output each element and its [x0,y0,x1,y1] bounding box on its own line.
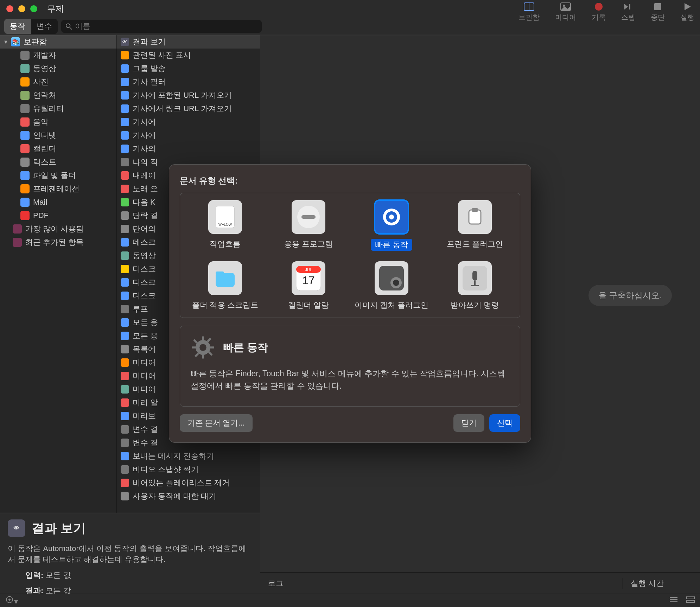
doc-type-icon [458,261,492,295]
doc-type-label: 받아쓰기 명령 [451,300,499,311]
svg-point-47 [199,344,206,351]
svg-rect-39 [202,337,204,341]
dialog-button-row: 기존 문서 열기... 닫기 선택 [180,414,520,432]
doc-type-label: 작업흐름 [210,239,241,249]
svg-rect-18 [301,215,316,219]
svg-rect-31 [379,266,404,290]
doc-type-option[interactable]: WFLOW작업흐름 [184,200,267,251]
doc-type-label: 빠른 동작 [371,239,412,251]
doc-type-option[interactable]: JUL17캘린더 알람 [267,261,350,311]
svg-rect-23 [469,210,481,224]
doc-type-label: 캘린더 알람 [288,300,329,311]
doc-type-icon [292,200,325,234]
document-type-dialog-overlay: 문서 유형 선택: WFLOW작업흐름응용 프로그램빠른 동작프린트 플러그인폴… [0,0,700,607]
svg-rect-40 [202,354,204,359]
doc-type-icon: JUL17 [292,261,325,295]
doc-type-icon [458,200,492,234]
svg-rect-41 [192,346,197,349]
gear-icon [191,335,215,360]
svg-point-33 [393,280,399,286]
svg-rect-42 [210,346,214,349]
dialog-heading: 문서 유형 선택: [180,175,520,186]
doc-type-icon [208,261,242,295]
doc-type-option[interactable]: 받아쓰기 명령 [433,261,517,311]
doc-type-icon [375,200,408,234]
doc-type-option[interactable]: 폴더 적용 스크립트 [184,261,267,311]
svg-rect-26 [216,271,224,275]
doc-type-option[interactable]: 이미지 캡처 플러그인 [350,261,433,311]
svg-rect-35 [472,271,477,281]
svg-text:WFLOW: WFLOW [218,223,232,226]
doc-type-label: 이미지 캡처 플러그인 [355,300,428,311]
doc-type-label: 응용 프로그램 [284,239,333,249]
svg-text:JUL: JUL [305,268,312,272]
close-button[interactable]: 닫기 [453,414,484,432]
svg-rect-24 [472,208,478,212]
doc-type-option[interactable]: 프린트 플러그인 [433,200,517,251]
doc-type-icon [375,261,408,295]
doc-type-option[interactable]: 응용 프로그램 [267,200,350,251]
document-type-grid: WFLOW작업흐름응용 프로그램빠른 동작프린트 플러그인폴더 적용 스크립트J… [180,193,520,318]
open-existing-button[interactable]: 기존 문서 열기... [180,414,253,432]
document-type-detail: 빠른 동작 빠른 동작은 Finder, Touch Bar 및 서비스 메뉴에… [180,326,520,407]
document-type-dialog: 문서 유형 선택: WFLOW작업흐름응용 프로그램빠른 동작프린트 플러그인폴… [169,164,531,443]
svg-text:17: 17 [302,274,315,287]
svg-point-21 [389,215,394,219]
detail-body: 빠른 동작은 Finder, Touch Bar 및 서비스 메뉴에 추가할 수… [191,368,509,392]
choose-button[interactable]: 선택 [489,414,520,432]
doc-type-icon: WFLOW [208,200,242,234]
doc-type-label: 폴더 적용 스크립트 [192,300,258,311]
doc-type-label: 프린트 플러그인 [447,239,503,249]
doc-type-option[interactable]: 빠른 동작 [350,200,433,251]
